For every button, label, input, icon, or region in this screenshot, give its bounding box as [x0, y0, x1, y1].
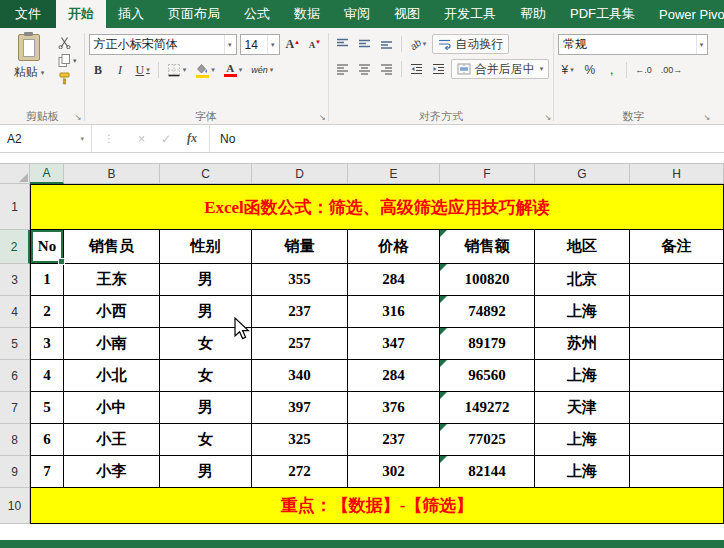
cell-C7[interactable]: 男	[160, 392, 252, 424]
cell-B6[interactable]: 小北	[64, 360, 160, 392]
cell-C8[interactable]: 女	[160, 424, 252, 456]
decrease-font-size-button[interactable]: A▾	[305, 35, 324, 55]
comma-style-button[interactable]: ,	[602, 60, 621, 80]
font-name-select[interactable]: 方正小标宋简体▾	[89, 34, 237, 55]
name-box[interactable]: A2▾	[0, 125, 92, 152]
cell-B7[interactable]: 小中	[64, 392, 160, 424]
underline-button[interactable]: U▾	[133, 60, 153, 80]
ribbon-tab-home[interactable]: 开始	[56, 0, 106, 28]
cell-F4[interactable]: 74892	[440, 296, 535, 328]
row-header-7[interactable]: 7	[0, 392, 30, 424]
column-header-B[interactable]: B	[64, 164, 160, 184]
ribbon-tab-data[interactable]: 数据	[282, 0, 332, 28]
cell-G8[interactable]: 上海	[535, 424, 630, 456]
cell-D6[interactable]: 340	[252, 360, 348, 392]
clipboard-dialog-launcher[interactable]: ↘	[75, 114, 82, 122]
cell-B4[interactable]: 小西	[64, 296, 160, 328]
name-box-resize-handle[interactable]: ⋮	[92, 125, 126, 152]
cell-D2[interactable]: 销量	[252, 230, 348, 264]
column-header-A[interactable]: A	[30, 164, 64, 184]
cell-A6[interactable]: 4	[30, 360, 64, 392]
cell-H8[interactable]	[630, 424, 724, 456]
cell-A3[interactable]: 1	[30, 264, 64, 296]
row-header-2[interactable]: 2	[0, 230, 30, 264]
cell-B3[interactable]: 王东	[64, 264, 160, 296]
ribbon-tab-power-pivot[interactable]: Power Pivot	[647, 0, 724, 28]
cell-F9[interactable]: 82144	[440, 456, 535, 488]
merge-center-button[interactable]: 合并后居中 ▾	[451, 59, 550, 79]
ribbon-tab-formulas[interactable]: 公式	[232, 0, 282, 28]
cell-A4[interactable]: 2	[30, 296, 64, 328]
column-header-E[interactable]: E	[348, 164, 440, 184]
font-color-button[interactable]: A ▾	[221, 60, 246, 80]
cell-F7[interactable]: 149272	[440, 392, 535, 424]
cell-E2[interactable]: 价格	[348, 230, 440, 264]
increase-decimal-button[interactable]: ←.0	[632, 60, 655, 80]
row-header-10[interactable]: 10	[0, 488, 30, 524]
cell-E6[interactable]: 284	[348, 360, 440, 392]
cell-F2[interactable]: 销售额	[440, 230, 535, 264]
cell-A7[interactable]: 5	[30, 392, 64, 424]
column-header-D[interactable]: D	[252, 164, 348, 184]
row-header-1[interactable]: 1	[0, 184, 30, 230]
ribbon-tab-page-layout[interactable]: 页面布局	[156, 0, 232, 28]
percent-style-button[interactable]: %	[580, 60, 599, 80]
align-center-button[interactable]	[355, 59, 374, 79]
cell-F5[interactable]: 89179	[440, 328, 535, 360]
cell-G5[interactable]: 苏州	[535, 328, 630, 360]
ribbon-tab-view[interactable]: 视图	[382, 0, 432, 28]
bold-button[interactable]: B	[89, 60, 108, 80]
row-header-6[interactable]: 6	[0, 360, 30, 392]
cell-G3[interactable]: 北京	[535, 264, 630, 296]
row-header-5[interactable]: 5	[0, 328, 30, 360]
cell-A2[interactable]: No	[30, 230, 64, 264]
cell-G2[interactable]: 地区	[535, 230, 630, 264]
cell-H5[interactable]	[630, 328, 724, 360]
align-top-button[interactable]	[333, 34, 352, 54]
cut-button[interactable]	[55, 34, 80, 51]
cell-D4[interactable]: 237	[252, 296, 348, 328]
column-header-G[interactable]: G	[535, 164, 630, 184]
decrease-indent-button[interactable]	[407, 59, 426, 79]
paste-button[interactable]: 粘贴▾	[5, 30, 53, 81]
formula-bar-value[interactable]: No	[210, 125, 245, 152]
cell-D7[interactable]: 397	[252, 392, 348, 424]
row-header-3[interactable]: 3	[0, 264, 30, 296]
cell-E4[interactable]: 316	[348, 296, 440, 328]
cancel-button[interactable]: ×	[138, 132, 145, 146]
fill-color-button[interactable]: ▾	[192, 60, 218, 80]
phonetic-guide-button[interactable]: wén▾	[248, 60, 276, 80]
column-header-H[interactable]: H	[630, 164, 724, 184]
ribbon-tab-developer[interactable]: 开发工具	[432, 0, 508, 28]
cell-B5[interactable]: 小南	[64, 328, 160, 360]
cell-B8[interactable]: 小王	[64, 424, 160, 456]
column-header-F[interactable]: F	[440, 164, 535, 184]
increase-indent-button[interactable]	[429, 59, 448, 79]
ribbon-tab-pdf-tools[interactable]: PDF工具集	[558, 0, 647, 28]
number-dialog-launcher[interactable]: ↘	[704, 114, 711, 122]
cell-D5[interactable]: 257	[252, 328, 348, 360]
cell-H4[interactable]	[630, 296, 724, 328]
cell-D8[interactable]: 325	[252, 424, 348, 456]
cell-E5[interactable]: 347	[348, 328, 440, 360]
borders-button[interactable]: ▾	[164, 60, 190, 80]
align-middle-button[interactable]	[355, 34, 374, 54]
cell-C6[interactable]: 女	[160, 360, 252, 392]
cell-D9[interactable]: 272	[252, 456, 348, 488]
cell-B2[interactable]: 销售员	[64, 230, 160, 264]
cell-F3[interactable]: 100820	[440, 264, 535, 296]
cell-A8[interactable]: 6	[30, 424, 64, 456]
cell-E8[interactable]: 237	[348, 424, 440, 456]
enter-button[interactable]: ✓	[161, 132, 171, 146]
cell-C3[interactable]: 男	[160, 264, 252, 296]
cell-A5[interactable]: 3	[30, 328, 64, 360]
orientation-button[interactable]: ab▾	[407, 34, 430, 54]
accounting-format-button[interactable]: ¥▾	[558, 60, 577, 80]
align-left-button[interactable]	[333, 59, 352, 79]
cell-E9[interactable]: 302	[348, 456, 440, 488]
wrap-text-button[interactable]: 自动换行	[432, 34, 509, 54]
select-all-corner[interactable]	[0, 164, 30, 184]
cell-H6[interactable]	[630, 360, 724, 392]
cell-F8[interactable]: 77025	[440, 424, 535, 456]
increase-font-size-button[interactable]: A▴	[283, 35, 302, 55]
